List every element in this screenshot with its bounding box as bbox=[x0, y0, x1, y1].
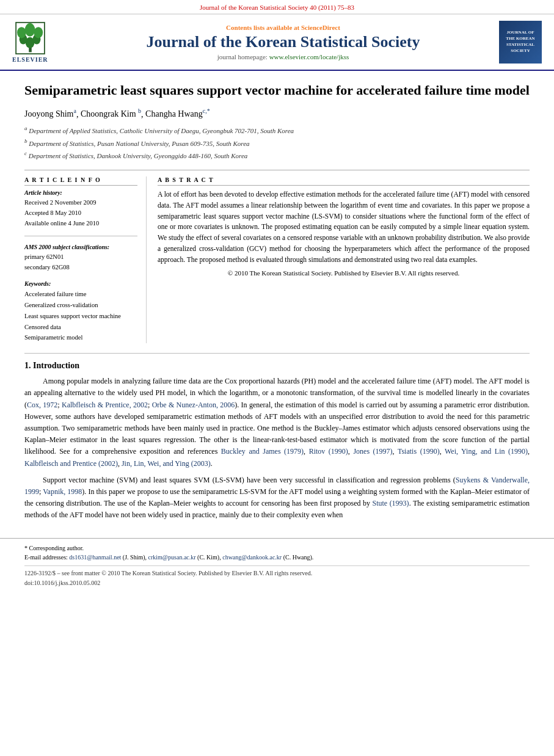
history-label: Article history: bbox=[24, 189, 137, 196]
doi-line: doi:10.1016/j.jkss.2010.05.002 bbox=[24, 578, 530, 588]
journal-citation: Journal of the Korean Statistical Societ… bbox=[200, 4, 354, 11]
affiliation-b-text: Department of Statistics, Pusan National… bbox=[29, 139, 249, 147]
ref-suykens1999: Suykens & Vanderwalle, 1999 bbox=[24, 476, 530, 496]
sciencedirect-prefix: Contents lists available at bbox=[226, 24, 301, 31]
email-hwang[interactable]: chwang@dankook.ac.kr bbox=[222, 554, 282, 561]
affiliation-a-text: Department of Applied Statistics, Cathol… bbox=[29, 127, 294, 134]
journal-cover-thumbnail: JOURNAL OFTHE KOREANSTATISTICALSOCIETY bbox=[499, 21, 542, 64]
author-changha: Changha Hwangc,* bbox=[145, 109, 210, 118]
ref-buckley1979: Buckley and James (1979) bbox=[221, 447, 304, 456]
article-history: Article history: Received 2 November 200… bbox=[24, 189, 137, 228]
introduction-heading: 1. Introduction bbox=[24, 361, 530, 371]
received-date: Received 2 November 2009 bbox=[24, 198, 137, 208]
main-content: Semiparametric least squares support vec… bbox=[0, 71, 554, 538]
page-footer: * Corresponding author. E-mail addresses… bbox=[0, 538, 554, 592]
article-info-label: A R T I C L E I N F O bbox=[24, 176, 137, 186]
ref-jones1997: Jones (1997) bbox=[353, 447, 392, 456]
ref-orbe2006: Orbe & Nunez-Anton, 2006 bbox=[152, 401, 235, 409]
affiliation-c: c Department of Statistics, Dankook Univ… bbox=[24, 149, 530, 161]
keyword-2: Generalized cross-validation bbox=[24, 300, 137, 311]
ams-classifications: AMS 2000 subject classifications: primar… bbox=[24, 244, 137, 273]
elsevier-logo: ELSEVIER bbox=[12, 21, 48, 63]
ref-tsiatis1990: Tsiatis (1990) bbox=[398, 447, 440, 456]
author-jooyong: Jooyong Shima bbox=[24, 109, 76, 118]
keyword-3: Least squares support vector machine bbox=[24, 311, 137, 322]
keywords-block: Keywords: Accelerated failure time Gener… bbox=[24, 280, 137, 343]
journal-top-bar: Journal of the Korean Statistical Societ… bbox=[0, 0, 554, 15]
email-note: E-mail addresses: ds1631@hanmail.net (J.… bbox=[24, 553, 530, 562]
page: Journal of the Korean Statistical Societ… bbox=[0, 0, 554, 756]
homepage-prefix: journal homepage: bbox=[217, 53, 269, 60]
abstract-column: A B S T R A C T A lot of effort has been… bbox=[158, 176, 530, 343]
journal-header-left: ELSEVIER bbox=[12, 21, 73, 63]
cover-text-1: JOURNAL OFTHE KOREANSTATISTICALSOCIETY bbox=[506, 30, 534, 54]
ref-jin2003: Jin, Lin, Wei, and Ying (2003) bbox=[122, 459, 211, 468]
abstract-copyright: © 2010 The Korean Statistical Society. P… bbox=[158, 269, 530, 277]
ams-label: AMS 2000 subject classifications: bbox=[24, 244, 137, 250]
elsevier-tree-icon bbox=[13, 21, 47, 55]
svg-point-4 bbox=[17, 27, 26, 38]
keyword-5: Semiparametric model bbox=[24, 332, 137, 343]
divider-2 bbox=[24, 353, 530, 354]
ref-vapnik1998: Vapnik, 1998 bbox=[43, 487, 82, 496]
available-date: Available online 4 June 2010 bbox=[24, 219, 137, 229]
affiliation-a: a Department of Applied Statistics, Cath… bbox=[24, 124, 530, 136]
corresponding-note: * Corresponding author. bbox=[24, 543, 530, 553]
affiliation-c-text: Department of Statistics, Dankook Univer… bbox=[29, 151, 248, 159]
accepted-date: Accepted 8 May 2010 bbox=[24, 208, 137, 219]
journal-title-main: Journal of the Korean Statistical Societ… bbox=[73, 34, 493, 51]
email-shim[interactable]: ds1631@hanmail.net bbox=[69, 554, 121, 561]
ref-wei1990: Wei, Ying, and Lin (1990) bbox=[445, 447, 528, 456]
footer-bottom: 1226-3192/$ – see front matter © 2010 Th… bbox=[24, 565, 530, 588]
sciencedirect-line: Contents lists available at ScienceDirec… bbox=[73, 24, 493, 31]
email-note-text: E-mail addresses: bbox=[24, 554, 69, 561]
sciencedirect-name: ScienceDirect bbox=[301, 24, 340, 31]
journal-header-center: Contents lists available at ScienceDirec… bbox=[73, 24, 493, 61]
email-shim-name: (J. Shim), bbox=[123, 554, 148, 561]
authors: Jooyong Shima, Choongrak Kim b, Changha … bbox=[24, 108, 530, 120]
email-hwang-name: (C. Hwang). bbox=[283, 554, 314, 561]
email-kim-name: (C. Kim), bbox=[197, 554, 222, 561]
keywords-label: Keywords: bbox=[24, 280, 137, 287]
corresponding-star: * Corresponding author. bbox=[24, 545, 84, 551]
affiliation-b: b Department of Statistics, Pusan Nation… bbox=[24, 137, 530, 149]
keyword-4: Censored data bbox=[24, 322, 137, 333]
ref-ritov1990: Ritov (1990) bbox=[309, 447, 348, 456]
keyword-1: Accelerated failure time bbox=[24, 289, 137, 300]
ref-kalbfleisch2002b: Kalbfleisch and Prentice (2002) bbox=[24, 459, 118, 468]
article-title: Semiparametric least squares support vec… bbox=[24, 82, 530, 100]
journal-header-right: JOURNAL OFTHE KOREANSTATISTICALSOCIETY bbox=[493, 21, 542, 64]
email-kim[interactable]: crkim@pusan.ac.kr bbox=[148, 554, 196, 561]
primary-class: primary 62N01 bbox=[24, 252, 137, 263]
ref-stute1993: Stute (1993) bbox=[372, 499, 409, 507]
issn-line: 1226-3192/$ – see front matter © 2010 Th… bbox=[24, 569, 530, 578]
ref-cox1972: Cox, 1972 bbox=[27, 401, 57, 409]
elsevier-label: ELSEVIER bbox=[12, 56, 48, 63]
journal-homepage: journal homepage: www.elsevier.com/locat… bbox=[73, 53, 493, 60]
journal-header: ELSEVIER Contents lists available at Sci… bbox=[0, 15, 554, 71]
two-column-layout: A R T I C L E I N F O Article history: R… bbox=[24, 170, 530, 343]
author-choongrak: Choongrak Kim b bbox=[81, 109, 141, 118]
svg-point-5 bbox=[25, 23, 35, 37]
divider-1 bbox=[24, 236, 137, 236]
intro-paragraph-1: Among popular models in analyzing failur… bbox=[24, 376, 530, 470]
article-info-column: A R T I C L E I N F O Article history: R… bbox=[24, 176, 147, 343]
abstract-label: A B S T R A C T bbox=[158, 176, 530, 186]
secondary-class: secondary 62G08 bbox=[24, 263, 137, 273]
affiliations: a Department of Applied Statistics, Cath… bbox=[24, 124, 530, 161]
abstract-text: A lot of effort has been devoted to deve… bbox=[158, 189, 530, 266]
ref-kalbfleisch2002: Kalbfleisch & Prentice, 2002 bbox=[62, 401, 148, 409]
homepage-url[interactable]: www.elsevier.com/locate/jkss bbox=[269, 53, 349, 60]
intro-paragraph-2: Support vector machine (SVM) and least s… bbox=[24, 474, 530, 522]
svg-point-6 bbox=[34, 27, 43, 38]
